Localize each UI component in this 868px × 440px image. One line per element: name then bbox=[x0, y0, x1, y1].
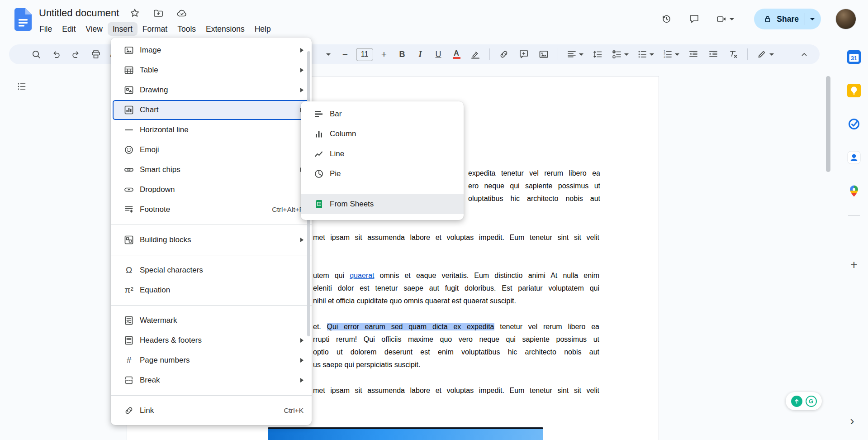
increase-indent-button[interactable] bbox=[705, 46, 721, 62]
menu-item-image[interactable]: Image bbox=[111, 40, 312, 60]
menu-tools[interactable]: Tools bbox=[172, 22, 201, 36]
menu-item-drawing[interactable]: Drawing bbox=[111, 80, 312, 100]
menu-item-page-numbers[interactable]: # Page numbers bbox=[111, 350, 312, 370]
tasks-icon bbox=[847, 117, 861, 131]
chart-submenu: Bar Column Line Pie From Sheets bbox=[301, 101, 464, 220]
insert-image-button[interactable] bbox=[536, 46, 552, 62]
expand-panel-button[interactable]: › bbox=[843, 412, 861, 430]
menu-format[interactable]: Format bbox=[138, 22, 172, 36]
decrease-indent-button[interactable] bbox=[685, 46, 702, 62]
editing-mode-button[interactable] bbox=[754, 46, 776, 62]
menu-item-horizontal-line[interactable]: Horizontal line bbox=[111, 120, 312, 140]
document-title[interactable]: Untitled document bbox=[39, 7, 119, 19]
menu-edit[interactable]: Edit bbox=[57, 22, 81, 36]
account-avatar[interactable] bbox=[835, 9, 856, 29]
submenu-item-bar[interactable]: Bar bbox=[301, 104, 464, 124]
align-button[interactable] bbox=[564, 46, 586, 62]
checklist-button[interactable] bbox=[609, 46, 631, 62]
text-color-button[interactable]: A bbox=[449, 46, 464, 62]
share-dropdown-icon[interactable] bbox=[810, 18, 815, 20]
image-icon bbox=[123, 45, 134, 56]
contacts-app-button[interactable] bbox=[845, 148, 863, 167]
join-call-button[interactable] bbox=[711, 9, 740, 29]
submenu-item-label: From Sheets bbox=[330, 200, 374, 209]
menu-help[interactable]: Help bbox=[250, 22, 276, 36]
hide-menus-button[interactable] bbox=[796, 46, 812, 62]
bulleted-list-button[interactable] bbox=[635, 46, 656, 62]
insert-link-button[interactable] bbox=[496, 46, 512, 62]
inline-document-image[interactable] bbox=[268, 427, 543, 440]
print-icon bbox=[90, 49, 101, 60]
menu-item-smart-chips[interactable]: Smart chips bbox=[111, 160, 312, 180]
version-history-button[interactable] bbox=[656, 9, 676, 29]
indent-decrease-icon bbox=[688, 49, 699, 60]
submenu-item-line[interactable]: Line bbox=[301, 144, 464, 164]
toolbar-divider bbox=[489, 48, 490, 60]
doc-hyperlink[interactable]: quaerat bbox=[350, 272, 374, 279]
calendar-app-button[interactable]: 31 bbox=[845, 48, 863, 66]
menu-item-break[interactable]: Break bbox=[111, 370, 312, 390]
share-button[interactable]: Share bbox=[754, 9, 821, 29]
share-label: Share bbox=[777, 14, 799, 24]
undo-button[interactable] bbox=[46, 46, 66, 62]
side-panel-rail: 31 + bbox=[840, 42, 868, 440]
menu-item-label: Headers & footers bbox=[140, 336, 202, 345]
move-folder-button[interactable] bbox=[151, 5, 166, 21]
document-status-button[interactable] bbox=[174, 5, 190, 21]
redo-button[interactable] bbox=[66, 46, 86, 62]
document-scrollbar[interactable] bbox=[826, 76, 830, 172]
menu-item-emoji[interactable]: Emoji bbox=[111, 140, 312, 160]
menu-item-watermark[interactable]: Watermark bbox=[111, 311, 312, 330]
submenu-item-pie[interactable]: Pie bbox=[301, 164, 464, 184]
doc-text-line: et. Qui error earum sed quam dicta ex ex… bbox=[313, 320, 599, 333]
menu-view[interactable]: View bbox=[81, 22, 108, 36]
font-family-dropdown[interactable] bbox=[323, 46, 334, 62]
submenu-arrow-icon bbox=[300, 378, 304, 383]
decrease-font-size-button[interactable]: − bbox=[338, 46, 352, 62]
menu-item-label: Watermark bbox=[140, 316, 177, 325]
menu-item-table[interactable]: Table bbox=[111, 60, 312, 80]
print-button[interactable] bbox=[86, 46, 106, 62]
clear-formatting-button[interactable] bbox=[725, 46, 741, 62]
underline-button[interactable]: U bbox=[431, 46, 446, 62]
get-addons-button[interactable]: + bbox=[845, 256, 863, 274]
menu-item-link[interactable]: Link Ctrl+K bbox=[111, 401, 312, 421]
maps-app-button[interactable] bbox=[845, 182, 863, 200]
menu-item-headers-footers[interactable]: Headers & footers bbox=[111, 330, 312, 350]
menu-extensions[interactable]: Extensions bbox=[201, 22, 250, 36]
bold-button[interactable]: B bbox=[395, 46, 409, 62]
add-comment-button[interactable] bbox=[516, 46, 532, 62]
increase-font-size-button[interactable]: + bbox=[377, 46, 391, 62]
menu-file[interactable]: File bbox=[34, 22, 57, 36]
menu-item-dropdown[interactable]: Dropdown bbox=[111, 180, 312, 200]
tasks-app-button[interactable] bbox=[845, 115, 863, 133]
link-icon bbox=[123, 405, 134, 416]
watermark-icon bbox=[123, 315, 134, 326]
menu-item-chart[interactable]: Chart bbox=[113, 100, 310, 120]
doc-text-line: expedita tenetur vel rerum libero ea bbox=[468, 167, 600, 180]
comments-button[interactable] bbox=[684, 9, 704, 29]
doc-text-segment: utem qui bbox=[313, 272, 350, 279]
highlight-color-button[interactable] bbox=[467, 46, 484, 62]
grammarly-widget[interactable]: G bbox=[786, 392, 822, 410]
submenu-item-column[interactable]: Column bbox=[301, 124, 464, 144]
line-spacing-button[interactable] bbox=[589, 46, 606, 62]
italic-button[interactable]: I bbox=[413, 46, 427, 62]
menu-divider bbox=[111, 255, 312, 255]
font-size-input[interactable]: 11 bbox=[356, 48, 373, 61]
keep-app-button[interactable] bbox=[845, 81, 863, 100]
docs-logo-icon[interactable] bbox=[14, 8, 32, 31]
search-menus-button[interactable] bbox=[26, 46, 46, 62]
menu-insert[interactable]: Insert bbox=[108, 22, 138, 36]
menu-item-special-characters[interactable]: Ω Special characters bbox=[111, 260, 312, 280]
menu-item-equation[interactable]: π² Equation bbox=[111, 280, 312, 300]
show-outline-button[interactable] bbox=[14, 78, 30, 95]
menu-item-building-blocks[interactable]: Building blocks bbox=[111, 230, 312, 250]
submenu-arrow-icon bbox=[300, 238, 304, 242]
pen-icon bbox=[756, 49, 767, 60]
line-chart-icon bbox=[313, 148, 324, 159]
star-button[interactable] bbox=[127, 5, 142, 21]
numbered-list-button[interactable]: 123 bbox=[660, 46, 682, 62]
menu-item-footnote[interactable]: Footnote Ctrl+Alt+F bbox=[111, 200, 312, 220]
submenu-item-from-sheets[interactable]: From Sheets bbox=[301, 194, 464, 214]
